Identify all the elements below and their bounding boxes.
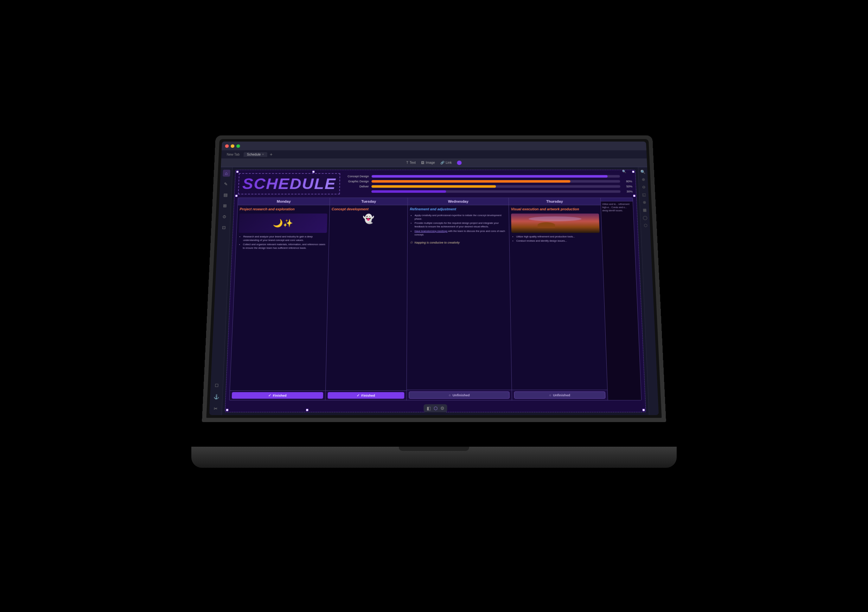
right-icon-frame[interactable]: ◱ [642, 192, 646, 197]
text-tool-button[interactable]: T Text [406, 161, 416, 164]
selection-handle-br[interactable] [642, 409, 645, 411]
image-label: Image [426, 161, 435, 164]
active-tool[interactable]: ⬡ [434, 406, 437, 411]
image-tool-button[interactable]: 🖼 Image [421, 161, 435, 164]
tab-active[interactable]: Schedule × [243, 152, 267, 156]
thursday-task-title: Visual execution and artwork production [511, 207, 598, 211]
thursday-status-label: Unfinished [553, 393, 570, 397]
selection-handle-tr[interactable] [632, 170, 634, 173]
wednesday-task-title: Refinement and adjustment [410, 207, 507, 211]
right-icon-hex[interactable]: ⬡ [643, 223, 647, 228]
progress-row-concept: Concept Design [346, 175, 632, 178]
sidebar-icon-home[interactable]: ⌂ [223, 169, 230, 177]
wednesday-status-label: Unfinished [453, 393, 470, 397]
days-grid: Monday Project research and exploration … [229, 198, 642, 401]
progress-bar-bg-extra [371, 190, 621, 192]
traffic-light-yellow[interactable] [231, 144, 235, 148]
sidebar-icon-box[interactable]: ⊡ [220, 224, 228, 231]
sidebar-icon-circle[interactable]: ⊙ [220, 213, 228, 220]
thu-bullet-2: Conduct reviews and identify design issu… [516, 239, 600, 242]
thursday-status[interactable]: ○ Unfinished [514, 392, 606, 399]
selection-handle-ml[interactable] [235, 195, 238, 197]
right-icon-grid[interactable]: ▦ [643, 208, 646, 212]
selection-handle-mr[interactable] [633, 195, 636, 197]
text-label: Text [410, 161, 416, 164]
circle-icon-thu: ○ [549, 393, 551, 397]
thu-bullet-1: Utilize high quality refinement and prod… [516, 235, 600, 238]
tab-close[interactable]: × [262, 153, 264, 156]
progress-bar-fill-extra [371, 190, 446, 192]
tuesday-footer: ✓ Finished [326, 390, 406, 400]
progress-label-concept: Concept Design [346, 175, 369, 178]
tab-new[interactable]: New Tab [224, 152, 242, 156]
day-monday: Monday Project research and exploration … [229, 198, 330, 400]
day-header-tuesday: Tuesday [330, 198, 408, 205]
day-wednesday: Wednesday Refinement and adjustment Appl… [407, 198, 512, 400]
traffic-light-red[interactable] [225, 144, 229, 148]
day-header-partial [601, 198, 633, 201]
sidebar-icon-bookmark[interactable]: ⚓ [212, 393, 220, 401]
toolbar-circle-button[interactable] [457, 160, 462, 164]
sidebar-icon-grid[interactable]: ⊞ [221, 202, 229, 209]
day-body-tuesday: Concept development 👻 [326, 205, 408, 390]
progress-bar-fill-deliver [371, 185, 496, 187]
monday-bullet-1: Research and analyze your brand and indu… [243, 235, 327, 242]
circle-icon-wed: ○ [449, 393, 451, 397]
zoom-indicator: 🔍 [622, 169, 626, 173]
screen-bezel: New Tab Schedule × + T Text 🖼 Imag [206, 139, 662, 418]
day-body-partial: Utilize and te... refinement high-e... C… [601, 201, 641, 400]
right-icon-minus[interactable]: ⊖ [642, 185, 645, 190]
progress-label-graphic: Graphic Design [346, 180, 369, 183]
settings-tool[interactable]: ⚙ [440, 406, 444, 411]
note-text: Napping is conducive to creativity [414, 241, 460, 244]
day-header-monday: Monday [238, 198, 330, 205]
right-icon-plus[interactable]: ⊕ [642, 177, 645, 182]
progress-pct-deliver: 50% [623, 184, 632, 188]
selection-handle-tm[interactable] [312, 170, 315, 173]
progress-bar-fill-graphic [371, 180, 570, 183]
traffic-light-green[interactable] [236, 144, 240, 148]
canvas-area[interactable]: SCHEDULE Concept Design [222, 167, 649, 415]
wednesday-note: ☆ Napping is conducive to creativity [410, 240, 507, 245]
tuesday-status[interactable]: ✓ Finished [327, 392, 405, 399]
progress-bar-bg-concept [372, 175, 620, 177]
checkmark-icon: ✓ [268, 394, 271, 397]
wed-bullet-1: Apply creativity and professional expert… [415, 214, 507, 221]
day-body-wednesday: Refinement and adjustment Apply creativi… [407, 205, 512, 389]
layers-tool[interactable]: ◧ [426, 406, 431, 411]
schedule-title: SCHEDULE [238, 173, 341, 194]
partial-text: Utilize and te... refinement high-e... C… [602, 203, 632, 212]
star-icon: ☆ [410, 240, 413, 245]
desert-illustration [511, 214, 599, 233]
link-tool-button[interactable]: 🔗 Link [440, 161, 452, 164]
brainstorming-link[interactable]: Have brainstorming meetings [415, 230, 448, 232]
sidebar-icon-layers[interactable]: ◻ [213, 381, 221, 389]
link-icon: 🔗 [440, 161, 444, 164]
progress-bar-bg-graphic [371, 180, 620, 183]
selection-handle-bm[interactable] [306, 409, 308, 411]
sidebar-icon-clip[interactable]: ✂ [212, 404, 220, 412]
right-icon-zoom[interactable]: 🔍 [640, 169, 646, 174]
sidebar-icon-list[interactable]: ▤ [222, 191, 229, 198]
thursday-bullets: Utilize high quality refinement and prod… [512, 235, 600, 243]
wednesday-status[interactable]: ○ Unfinished [409, 392, 510, 399]
right-icon-close[interactable]: ⊗ [643, 200, 646, 205]
monday-bullet-2: Collect and organize relevant materials,… [243, 243, 326, 250]
checkmark-icon-tue: ✓ [356, 394, 360, 397]
selection-handle-tl[interactable] [236, 170, 239, 173]
progress-row-graphic: Graphic Design 80% [346, 180, 632, 183]
day-thursday: Thursday Visual execution and artwork pr… [509, 198, 608, 400]
progress-row-deliver: Deliver 50% [346, 184, 632, 188]
tuesday-status-label: Finished [361, 394, 375, 397]
day-tuesday: Tuesday Concept development 👻 ✓ Finis [326, 198, 408, 400]
laptop-container: New Tab Schedule × + T Text 🖼 Imag [188, 116, 680, 468]
sidebar-icon-edit[interactable]: ✎ [222, 180, 229, 187]
monday-status[interactable]: ✓ Finished [232, 392, 323, 399]
browser-window: New Tab Schedule × + T Text 🖼 Imag [209, 141, 659, 415]
right-icon-circle[interactable]: ◯ [643, 215, 647, 220]
progress-pct-graphic: 80% [623, 180, 632, 183]
monday-footer: ✓ Finished [229, 390, 326, 400]
selection-handle-bl[interactable] [226, 409, 228, 411]
tab-add-button[interactable]: + [268, 152, 274, 157]
tuesday-task-title: Concept development [332, 207, 406, 211]
